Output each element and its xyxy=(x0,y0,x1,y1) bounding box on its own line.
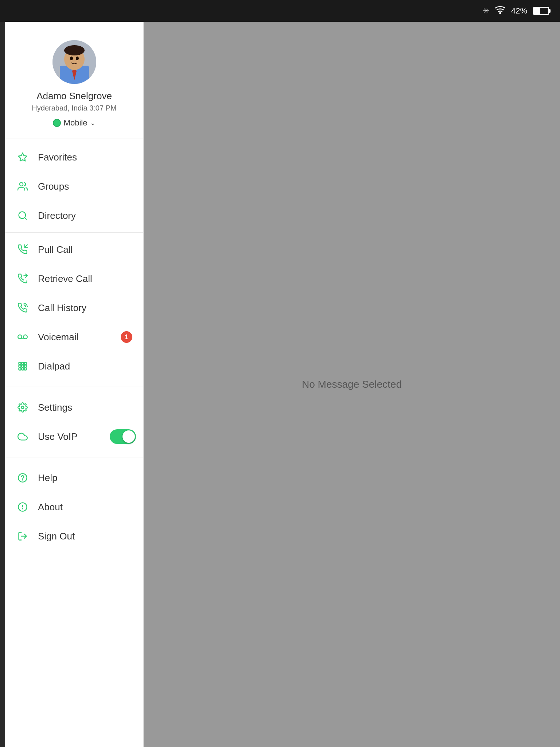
pull-call-label: Pull Call xyxy=(38,244,73,255)
sidebar-item-about[interactable]: About xyxy=(5,492,143,522)
phone-forwarded-icon xyxy=(16,272,29,285)
grid-icon xyxy=(16,360,29,373)
chevron-down-icon: ⌄ xyxy=(90,119,96,127)
status-bar: ✳ 42% xyxy=(0,0,560,22)
avatar xyxy=(52,40,96,84)
svg-point-16 xyxy=(23,335,27,339)
about-label: About xyxy=(38,502,63,513)
status-label: Mobile xyxy=(64,118,88,128)
user-location: Hyderabad, India 3:07 PM xyxy=(32,104,116,112)
svg-line-12 xyxy=(24,217,26,219)
svg-rect-25 xyxy=(22,368,24,370)
divider-1 xyxy=(5,232,143,233)
divider-3 xyxy=(5,457,143,457)
svg-rect-26 xyxy=(24,368,27,370)
voip-toggle-container xyxy=(110,429,136,444)
svg-rect-23 xyxy=(24,365,27,367)
sidebar-item-call-history[interactable]: Call History xyxy=(5,293,143,322)
content-area: No Message Selected xyxy=(144,22,560,747)
nav-section-settings: Settings Use VoIP xyxy=(5,389,143,455)
sidebar: Adamo Snelgrove Hyderabad, India 3:07 PM… xyxy=(5,22,144,747)
sidebar-item-directory[interactable]: Directory xyxy=(5,201,143,230)
svg-point-10 xyxy=(20,183,23,186)
directory-label: Directory xyxy=(38,210,76,221)
dark-header-strip xyxy=(0,22,5,747)
sidebar-item-voicemail[interactable]: Voicemail 1 xyxy=(5,322,143,352)
svg-point-8 xyxy=(76,57,79,60)
nav-section-main: Favorites Groups Directory xyxy=(5,139,143,384)
star-icon xyxy=(16,151,29,164)
svg-point-0 xyxy=(499,13,501,14)
wifi-icon xyxy=(495,6,505,16)
svg-rect-21 xyxy=(19,365,21,367)
voicemail-label: Voicemail xyxy=(38,332,78,343)
battery-icon xyxy=(533,7,549,15)
user-name: Adamo Snelgrove xyxy=(36,90,112,102)
svg-rect-22 xyxy=(22,365,24,367)
sidebar-item-groups[interactable]: Groups xyxy=(5,172,143,201)
help-label: Help xyxy=(38,472,57,484)
svg-rect-18 xyxy=(19,363,21,365)
svg-point-7 xyxy=(70,57,73,60)
phone-call-icon xyxy=(16,301,29,314)
groups-label: Groups xyxy=(38,181,69,192)
info-icon xyxy=(16,500,29,514)
sidebar-item-use-voip[interactable]: Use VoIP xyxy=(5,422,143,451)
svg-point-27 xyxy=(22,406,24,409)
dialpad-label: Dialpad xyxy=(38,361,70,372)
svg-point-6 xyxy=(64,45,85,55)
sidebar-item-sign-out[interactable]: Sign Out xyxy=(5,522,143,551)
favorites-label: Favorites xyxy=(38,152,77,163)
profile-section: Adamo Snelgrove Hyderabad, India 3:07 PM… xyxy=(5,22,143,139)
sidebar-item-retrieve-call[interactable]: Retrieve Call xyxy=(5,264,143,293)
sidebar-item-settings[interactable]: Settings xyxy=(5,393,143,422)
call-history-label: Call History xyxy=(38,302,86,314)
sign-out-label: Sign Out xyxy=(38,531,75,542)
voicemail-badge: 1 xyxy=(121,331,132,343)
sidebar-item-pull-call[interactable]: Pull Call xyxy=(5,235,143,264)
sun-icon: ✳ xyxy=(483,6,489,16)
retrieve-call-label: Retrieve Call xyxy=(38,273,92,285)
voicemail-icon xyxy=(16,330,29,344)
phone-incoming-icon xyxy=(16,243,29,256)
toggle-knob xyxy=(122,430,135,443)
main-layout: Adamo Snelgrove Hyderabad, India 3:07 PM… xyxy=(0,22,560,747)
settings-icon xyxy=(16,401,29,414)
nav-section-help: Help About Sign Out xyxy=(5,460,143,554)
users-icon xyxy=(16,180,29,193)
voip-toggle[interactable] xyxy=(110,429,136,444)
svg-rect-19 xyxy=(22,363,24,365)
settings-label: Settings xyxy=(38,402,72,413)
sidebar-item-favorites[interactable]: Favorites xyxy=(5,143,143,172)
sidebar-item-help[interactable]: Help xyxy=(5,463,143,492)
cloud-icon xyxy=(16,430,29,443)
status-button[interactable]: Mobile ⌄ xyxy=(53,118,96,128)
svg-marker-9 xyxy=(18,153,27,161)
divider-2 xyxy=(5,387,143,387)
help-circle-icon xyxy=(16,471,29,484)
no-message-text: No Message Selected xyxy=(302,379,402,390)
use-voip-label: Use VoIP xyxy=(38,431,77,442)
svg-rect-24 xyxy=(19,368,21,370)
status-dot xyxy=(53,119,61,127)
svg-rect-20 xyxy=(24,363,27,365)
svg-point-15 xyxy=(18,335,22,339)
search-icon xyxy=(16,209,29,222)
sidebar-item-dialpad[interactable]: Dialpad xyxy=(5,352,143,381)
battery-percent: 42% xyxy=(511,6,527,16)
log-out-icon xyxy=(16,530,29,543)
